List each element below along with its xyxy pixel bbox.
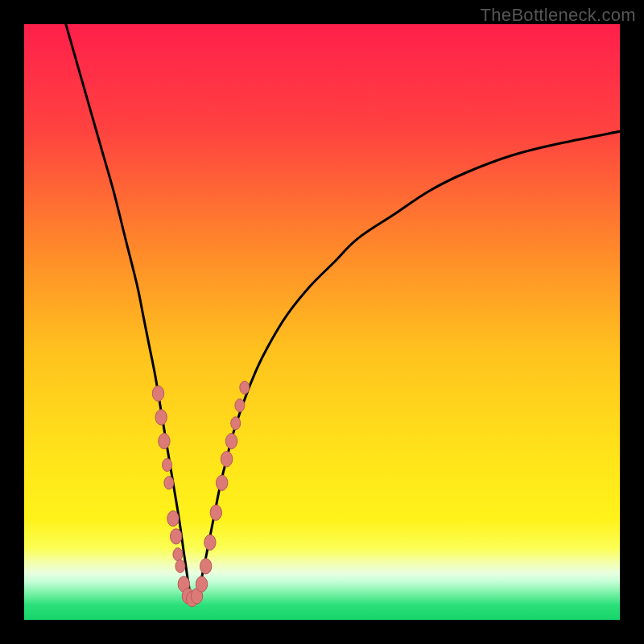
curve-marker	[175, 559, 185, 572]
curve-marker	[173, 548, 183, 561]
curve-marker	[163, 459, 172, 472]
curve-marker	[164, 477, 174, 489]
curve-marker	[152, 386, 163, 401]
curve-marker	[155, 410, 167, 425]
curve-marker	[204, 535, 216, 550]
curve-marker	[240, 381, 250, 394]
curve-marker	[235, 399, 245, 412]
curve-marker	[221, 452, 232, 467]
curve-marker	[231, 417, 241, 430]
bottleneck-chart	[0, 0, 644, 644]
curve-marker	[210, 505, 221, 520]
curve-marker	[225, 433, 237, 448]
outer-frame: TheBottleneck.com	[0, 0, 644, 644]
curve-marker	[196, 576, 207, 592]
curve-marker	[167, 511, 179, 526]
curve-marker	[171, 529, 182, 544]
curve-marker	[216, 475, 227, 490]
heat-gradient-background	[24, 24, 620, 620]
curve-marker	[200, 559, 212, 574]
curve-marker	[159, 433, 170, 448]
